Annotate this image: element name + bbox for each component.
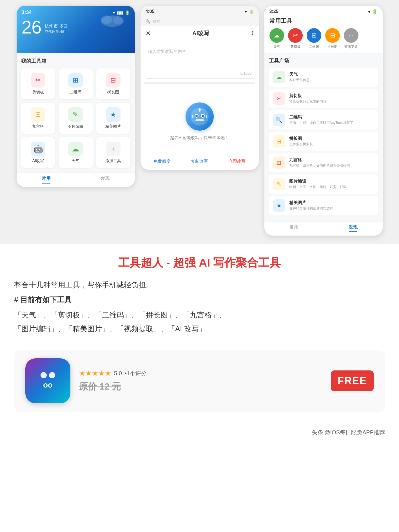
- tool-qrcode[interactable]: ⊞ 二维码: [59, 68, 93, 99]
- phone3-wifi-icon: ▾: [368, 9, 370, 14]
- list-item-image-edit[interactable]: ✎ 图片编辑 绘制、文字、水印、旋转、裁剪、打码: [269, 175, 378, 194]
- list-item-grid9[interactable]: ⊞ 九宫格 九宫格、四宫格，好的图片组合会引眼球: [269, 153, 378, 172]
- quick-clipboard-label: 剪切板: [290, 44, 300, 49]
- svg-rect-12: [206, 115, 207, 118]
- svg-point-1: [101, 15, 112, 24]
- app-rating-value: 5.0: [114, 370, 122, 377]
- quick-longpic[interactable]: ⊟ 拼长图: [325, 28, 340, 49]
- tool-beautiful-pic[interactable]: ★ 精美图片: [96, 103, 130, 134]
- clipboard-icon: ✂: [31, 73, 45, 88]
- tool-add[interactable]: + 添加工具: [96, 137, 130, 168]
- weather-label: 天气: [72, 158, 79, 164]
- list-weather-info: 天气 实时天气信息: [289, 72, 374, 82]
- copy-rewrite-btn[interactable]: 复制改写: [186, 157, 212, 166]
- phone3: 3:25 ▾ 🔋 常用工具 ☁ 天气 ✂ 剪切板 ⊞ 二维码: [264, 6, 383, 236]
- app-dot-1: [41, 372, 47, 378]
- main-title: 工具超人 - 超强 AI 写作聚合工具: [14, 255, 385, 270]
- phone2-battery-icon: 🔋: [249, 10, 254, 14]
- list-item-beautiful[interactable]: ★ 精美图片 各种精美绝伦的图片供您选拜: [269, 196, 378, 215]
- phone3-title: 常用工具: [269, 17, 378, 25]
- list-image-edit-info: 图片编辑 绘制、文字、水印、旋转、裁剪、打码: [289, 179, 374, 189]
- longpic-icon: ⊟: [106, 73, 121, 88]
- phone1-temperature: 26: [22, 18, 42, 36]
- phone1-weather-sub: 空气质量:46: [44, 29, 68, 34]
- svg-point-10: [199, 108, 201, 111]
- app-review-count: •1个评分: [125, 370, 147, 377]
- phone1-city: 杭州市 多云: [44, 23, 68, 29]
- tools-line2: 「图片编辑」、「精美图片」、「视频提取」、「AI 改写」: [14, 322, 385, 336]
- phone2-counter: 0/1000: [240, 71, 252, 75]
- clipboard-label: 剪切板: [32, 90, 44, 95]
- image-edit-label: 图片编辑: [68, 124, 83, 129]
- phone2-input-area[interactable]: 输入需要改写的内容 0/1000: [144, 45, 255, 79]
- qrcode-icon: ⊞: [68, 73, 83, 88]
- robot-icon: [186, 102, 214, 131]
- free-badge[interactable]: FREE: [331, 370, 374, 391]
- phone3-time: 3:25: [269, 9, 278, 14]
- app-icon: oo: [25, 358, 70, 403]
- phone1-tabs: 常用 发现: [17, 173, 135, 187]
- grid9-icon: ⊞: [31, 107, 45, 122]
- phone2-title: AI改写: [192, 30, 209, 37]
- app-info: ★★★★★ 5.0 •1个评分 原价 12 元: [79, 369, 374, 393]
- phone3-tabs: 常用 发现: [264, 221, 383, 236]
- app-card: oo ★★★★★ 5.0 •1个评分 原价 12 元 FREE: [14, 350, 385, 412]
- list-image-edit-icon: ✎: [273, 178, 285, 190]
- list-item-qrcode[interactable]: 🔍 二维码 扫描、生成、操作二维码用AnyTools就够了: [269, 110, 378, 129]
- quick-longpic-icon: ⊟: [325, 28, 340, 43]
- list-item-weather[interactable]: ☁ 天气 实时天气信息: [269, 68, 378, 87]
- phone2-share-icon[interactable]: ⤴: [251, 30, 254, 36]
- phone2-input-placeholder: 输入需要改写的内容: [148, 49, 251, 54]
- app-icon-dots-row: [41, 372, 55, 378]
- app-icon-wrapper: oo: [25, 358, 70, 403]
- add-tool-label: 添加工具: [105, 158, 121, 164]
- list-qrcode-icon: 🔍: [273, 114, 285, 126]
- tool-grid9[interactable]: ⊞ 九宫格: [21, 103, 55, 134]
- quick-weather[interactable]: ☁ 天气: [269, 28, 284, 49]
- list-qrcode-info: 二维码 扫描、生成、操作二维码用AnyTools就够了: [289, 115, 374, 125]
- footer-text: 头条 @IOS每日限免APP推荐: [312, 429, 385, 435]
- list-grid9-icon: ⊞: [273, 157, 285, 169]
- tab-discover[interactable]: 发现: [76, 176, 135, 185]
- quick-more-icon: ···: [344, 28, 358, 43]
- phone3-tab-normal[interactable]: 常用: [264, 224, 324, 233]
- quick-more[interactable]: ··· 查看更多: [344, 28, 358, 49]
- tools-line1: 「天气」、「剪切板」、「二维码」、「拼长图」、「九宫格」、: [14, 308, 385, 322]
- list-grid9-desc: 九宫格、四宫格，好的图片组合会引眼球: [289, 163, 374, 168]
- phone2-status-icons: ▾ 🔋: [245, 10, 254, 14]
- app-icon-text: oo: [43, 381, 53, 390]
- tool-longpic[interactable]: ⊟ 拼长图: [96, 68, 130, 99]
- app-original-price: 原价 12 元: [79, 381, 374, 393]
- phone3-tool-section: 工具广场 ☁ 天气 实时天气信息 ✂ 剪切板 轻松获取剪切板里的内容 🔍 二维码: [264, 53, 383, 221]
- phone2-wifi-icon: ▾: [245, 10, 247, 14]
- list-item-clipboard[interactable]: ✂ 剪切板 轻松获取剪切板里的内容: [269, 89, 378, 108]
- list-clipboard-info: 剪切板 轻松获取剪切板里的内容: [289, 93, 374, 104]
- tab-normal[interactable]: 常用: [17, 176, 76, 185]
- tool-ai-rewrite[interactable]: 🤖 AI改写: [21, 137, 55, 168]
- robot-svg: [190, 107, 209, 126]
- instant-rewrite-btn[interactable]: 立即改写: [224, 157, 250, 166]
- quick-qrcode[interactable]: ⊞ 二维码: [307, 28, 321, 49]
- ai-rewrite-label: AI改写: [32, 158, 44, 164]
- phone2-robot-area: 超强AI智能改写，快来试试吧！: [144, 88, 255, 149]
- phone2: 4:05 ▾ 🔋 🔍 搜索 ✕ AI改写 ⤴ 输入需要改写的内容 0/1000: [141, 6, 259, 170]
- tool-image-edit[interactable]: ✎ 图片编辑: [59, 103, 93, 134]
- tool-clipboard[interactable]: ✂ 剪切板: [21, 68, 55, 99]
- quick-clipboard[interactable]: ✂ 剪切板: [288, 28, 303, 49]
- list-beautiful-icon: ★: [273, 199, 285, 212]
- phone3-status-bar: 3:25 ▾ 🔋: [269, 9, 378, 14]
- desc-line2: # 目前有如下工具: [14, 293, 385, 307]
- cloud-decoration: [98, 11, 126, 28]
- svg-point-6: [195, 115, 198, 117]
- list-longpic-info: 拼长图 想拼多长拼多长: [289, 136, 374, 147]
- phone2-close-icon[interactable]: ✕: [146, 30, 151, 37]
- phone3-quick-icons: ☁ 天气 ✂ 剪切板 ⊞ 二维码 ⊟ 拼长图 ··· 查看更多: [269, 28, 378, 49]
- tool-weather[interactable]: ☁ 天气: [59, 137, 93, 168]
- phone3-header: 3:25 ▾ 🔋 常用工具 ☁ 天气 ✂ 剪切板 ⊞ 二维码: [264, 6, 383, 53]
- free-quota-btn[interactable]: 免费额度: [149, 157, 175, 166]
- list-weather-icon: ☁: [273, 71, 285, 83]
- list-item-longpic[interactable]: ⊟ 拼长图 想拼多长拼多长: [269, 132, 378, 151]
- search-placeholder: 搜索: [153, 19, 160, 24]
- phone3-tab-discover[interactable]: 发现: [324, 224, 383, 233]
- list-clipboard-name: 剪切板: [289, 93, 374, 99]
